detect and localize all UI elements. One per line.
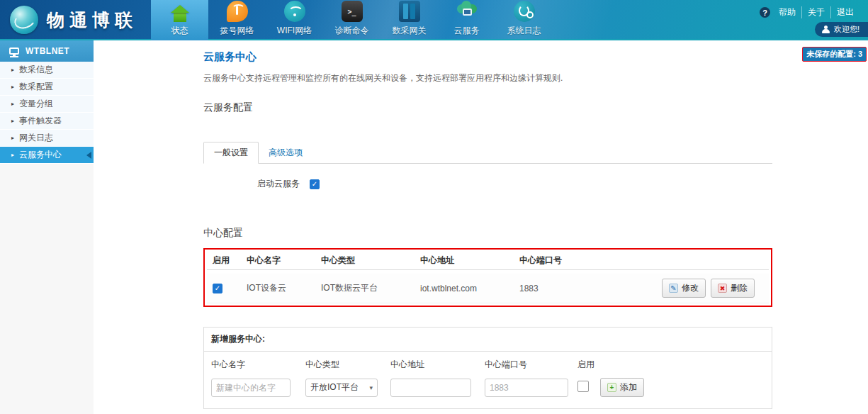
nav-item-cloud-service[interactable]: 云服务 [438, 0, 495, 40]
cell-center-address: iot.wtblnet.com [420, 284, 519, 293]
label-enable: 启用 [577, 359, 627, 371]
nav-label: 拨号网络 [220, 25, 254, 37]
dialup-network-icon [227, 1, 248, 22]
enable-cloud-checkbox[interactable]: ✓ [310, 179, 320, 189]
col-enable: 启用 [207, 254, 247, 267]
nav-item-status[interactable]: 状态 [151, 0, 208, 40]
label-center-port: 中心端口号 [485, 359, 577, 371]
add-center-labels: 中心名字 中心类型 中心地址 中心端口号 启用 [204, 352, 772, 375]
add-icon: + [607, 383, 616, 392]
chevron-down-icon: ▾ [369, 384, 373, 391]
enable-cloud-label: 启动云服务 [257, 178, 300, 190]
col-center-port: 中心端口号 [519, 254, 769, 267]
nav-item-system-log[interactable]: 系统日志 [495, 0, 553, 40]
sidebar-item-label: 网关日志 [19, 132, 53, 144]
center-table-highlight: 启用 中心名字 中心类型 中心地址 中心端口号 ✓ IOT设备云 IOT数据云平… [203, 248, 772, 307]
edit-icon: ✎ [669, 284, 678, 293]
settings-tabs: 一般设置 高级选项 [203, 144, 772, 164]
gateway-server-icon [399, 1, 420, 22]
cell-center-port: 1883 [519, 284, 539, 293]
sidebar-subitem-data-info[interactable]: ▸ 数采信息 [0, 62, 94, 79]
sidebar-subitem-gateway-log[interactable]: ▸ 网关日志 [0, 130, 94, 147]
sidebar-subitem-cloud-service-center[interactable]: ▸ 云服务中心 [0, 147, 94, 164]
sidebar-device-header: WTBLNET [0, 40, 94, 62]
center-config-heading: 中心配置 [203, 227, 772, 240]
selected-marker-icon [86, 152, 91, 159]
cloud-service-icon [456, 1, 478, 22]
cell-center-type: IOT数据云平台 [321, 282, 420, 294]
nav-label: 状态 [171, 25, 188, 37]
label-center-type: 中心类型 [305, 359, 390, 371]
device-name: WTBLNET [26, 46, 69, 56]
nav-label: 数采网关 [393, 25, 427, 37]
nav-label: 诊断命令 [335, 25, 369, 37]
sidebar-subitem-variable-group[interactable]: ▸ 变量分组 [0, 96, 94, 113]
globe-logo-icon [10, 6, 38, 34]
unsaved-config-badge[interactable]: 未保存的配置: 3 [802, 47, 867, 62]
welcome-badge[interactable]: 欢迎您! [815, 22, 868, 37]
terminal-icon: >_ [342, 1, 363, 22]
nav-item-data-gateway[interactable]: 数采网关 [381, 0, 438, 40]
tab-advanced-options[interactable]: 高级选项 [259, 142, 312, 163]
label-center-address: 中心地址 [390, 359, 485, 371]
sidebar-item-label: 变量分组 [19, 98, 53, 110]
delete-button[interactable]: ✖ 删除 [711, 279, 755, 298]
submenu-arrow-icon: ▸ [11, 152, 14, 158]
nav-item-dialup-network[interactable]: 拨号网络 [208, 0, 266, 40]
new-center-name-input[interactable] [211, 379, 291, 397]
page-title: 云服务中心 [203, 50, 772, 64]
brand-logo: 物通博联 [10, 6, 137, 34]
col-center-name: 中心名字 [247, 254, 321, 267]
top-links: ? 帮助 关于 退出 [760, 6, 859, 18]
logout-link[interactable]: 退出 [830, 6, 859, 18]
help-link[interactable]: 帮助 [773, 6, 801, 18]
sidebar-subitem-data-config[interactable]: ▸ 数采配置 [0, 79, 94, 96]
new-center-port-input[interactable] [485, 379, 568, 397]
user-icon [822, 26, 830, 33]
nav-item-wifi-network[interactable]: WIFI网络 [266, 0, 323, 40]
sidebar-item-label: 事件触发器 [19, 115, 62, 127]
about-link[interactable]: 关于 [801, 6, 830, 18]
nav-label: 云服务 [454, 25, 480, 37]
enable-cloud-row: 启动云服务 ✓ [257, 178, 772, 190]
brand-name: 物通博联 [47, 9, 137, 32]
submenu-arrow-icon: ▸ [11, 84, 14, 90]
sidebar-subitem-event-trigger[interactable]: ▸ 事件触发器 [0, 113, 94, 130]
add-center-heading: 新增服务中心: [204, 328, 772, 352]
cloud-config-heading: 云服务配置 [203, 101, 772, 114]
row-enable-checkbox[interactable]: ✓ [213, 284, 222, 293]
sidebar: WTBLNET 状态 数采 ▸ 数采信息 ▸ 数采配置 ▸ 变量分组 ▸ 事件触… [0, 40, 94, 414]
new-center-type-select[interactable]: 开放IOT平台 ▾ [305, 379, 378, 397]
col-center-type: 中心类型 [321, 254, 420, 267]
add-button[interactable]: + 添加 [600, 378, 644, 397]
top-header: 物通博联 状态 拨号网络 WIFI网络 >_ 诊断命令 数采网关 云服务 系 [0, 0, 868, 40]
system-log-icon [514, 1, 535, 22]
monitor-icon [9, 47, 19, 55]
sidebar-item-label: 数采配置 [19, 81, 53, 93]
delete-icon: ✖ [718, 284, 727, 293]
wifi-icon [284, 1, 305, 22]
label-center-name: 中心名字 [211, 359, 305, 371]
welcome-text: 欢迎您! [834, 24, 859, 35]
center-table-header: 启用 中心名字 中心类型 中心地址 中心端口号 [207, 252, 769, 270]
submenu-arrow-icon: ▸ [11, 101, 14, 107]
edit-button[interactable]: ✎ 修改 [662, 279, 706, 298]
help-icon: ? [760, 7, 770, 18]
submenu-arrow-icon: ▸ [11, 135, 14, 141]
add-label: 添加 [620, 381, 637, 393]
main-content: 未保存的配置: 3 云服务中心 云服务中心支持远程管理和监控所有的在线网关和设备… [94, 40, 868, 414]
new-center-enable-checkbox[interactable] [577, 381, 589, 392]
add-center-section: 新增服务中心: 中心名字 中心类型 中心地址 中心端口号 启用 开放IOT平台 … [203, 327, 772, 409]
tab-general-settings[interactable]: 一般设置 [203, 142, 259, 164]
delete-label: 删除 [731, 282, 748, 294]
home-icon [169, 1, 191, 22]
nav-label: WIFI网络 [277, 25, 312, 37]
edit-label: 修改 [682, 282, 699, 294]
nav-label: 系统日志 [507, 25, 541, 37]
sidebar-item-label: 云服务中心 [19, 149, 62, 161]
nav-item-diagnostic-command[interactable]: >_ 诊断命令 [323, 0, 381, 40]
center-table-row: ✓ IOT设备云 IOT数据云平台 iot.wtblnet.com 1883 ✎… [207, 274, 769, 303]
cell-center-name: IOT设备云 [247, 282, 321, 294]
new-center-address-input[interactable] [390, 379, 471, 397]
top-nav: 状态 拨号网络 WIFI网络 >_ 诊断命令 数采网关 云服务 系统日志 [151, 0, 553, 40]
